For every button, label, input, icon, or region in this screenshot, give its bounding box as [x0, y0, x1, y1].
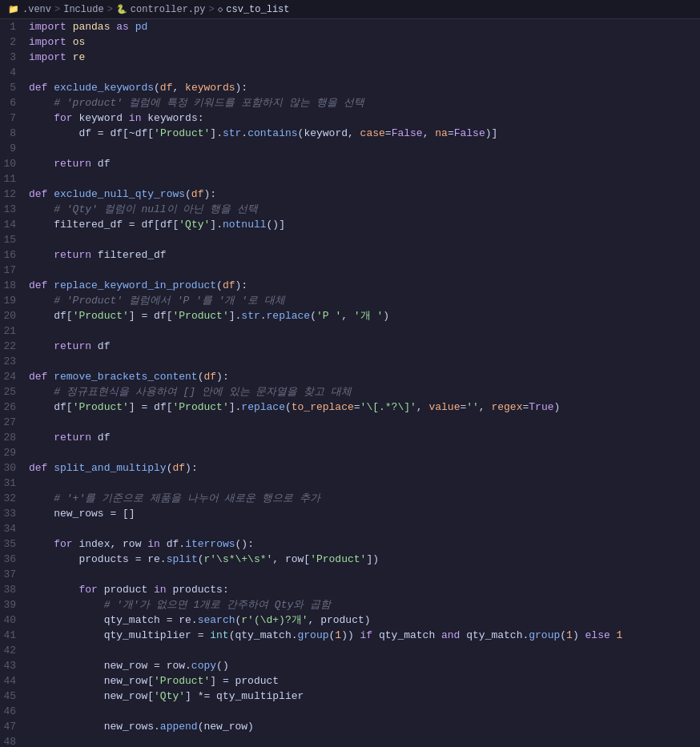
code-line-1: 1 import pandas as pd — [0, 19, 700, 34]
line-number-20: 20 — [0, 308, 29, 323]
code-line-47: 47 new_rows.append(new_row) — [0, 719, 700, 734]
line-code-45: new_row['Qty'] *= qty_multiplier — [29, 689, 700, 704]
line-number-31: 31 — [0, 476, 29, 491]
code-line-14: 14 filtered_df = df[df['Qty'].notnull()] — [0, 217, 700, 232]
line-code-14: filtered_df = df[df['Qty'].notnull()] — [29, 217, 700, 232]
line-number-6: 6 — [0, 95, 29, 110]
code-line-42: 42 — [0, 643, 700, 658]
code-line-40: 40 qty_match = re.search(r'(\d+)?개', pro… — [0, 612, 700, 628]
line-number-33: 33 — [0, 506, 29, 521]
code-line-18: 18 def replace_keyword_in_product(df): — [0, 278, 700, 293]
breadcrumb-include[interactable]: Include — [63, 4, 103, 15]
line-number-10: 10 — [0, 156, 29, 171]
line-number-32: 32 — [0, 491, 29, 506]
line-code-3: import re — [29, 50, 700, 65]
line-code-22: return df — [29, 339, 700, 354]
code-line-37: 37 — [0, 567, 700, 582]
line-code-9 — [29, 141, 700, 156]
code-line-20: 20 df['Product'] = df['Product'].str.rep… — [0, 308, 700, 323]
code-line-6: 6 # 'product' 컬럼에 특정 키워드를 포함하지 않는 행을 선택 — [0, 95, 700, 110]
line-number-38: 38 — [0, 582, 29, 597]
code-line-41: 41 qty_multiplier = int(qty_match.group(… — [0, 628, 700, 643]
line-number-22: 22 — [0, 339, 29, 354]
code-line-32: 32 # '+'를 기준으로 제품을 나누어 새로운 행으로 추가 — [0, 491, 700, 506]
line-code-20: df['Product'] = df['Product'].str.replac… — [29, 308, 700, 323]
breadcrumb-venv[interactable]: .venv — [22, 4, 51, 15]
python-file-icon: 🐍 — [116, 4, 127, 14]
line-number-7: 7 — [0, 110, 29, 126]
line-code-17 — [29, 263, 700, 278]
line-number-41: 41 — [0, 628, 29, 643]
line-number-43: 43 — [0, 658, 29, 673]
line-code-15 — [29, 232, 700, 247]
code-line-46: 46 — [0, 704, 700, 719]
line-number-37: 37 — [0, 567, 29, 582]
breadcrumb-file[interactable]: controller.py — [131, 4, 206, 15]
code-line-29: 29 — [0, 445, 700, 460]
line-number-14: 14 — [0, 217, 29, 232]
line-code-42 — [29, 643, 700, 658]
code-line-25: 25 # 정규표현식을 사용하여 [] 안에 있는 문자열을 찾고 대체 — [0, 384, 700, 400]
code-line-39: 39 # '개'가 없으면 1개로 간주하여 Qty와 곱함 — [0, 597, 700, 612]
line-number-39: 39 — [0, 597, 29, 612]
line-number-44: 44 — [0, 673, 29, 689]
code-line-23: 23 — [0, 354, 700, 369]
code-line-48: 48 — [0, 734, 700, 747]
line-code-1: import pandas as pd — [29, 19, 700, 34]
line-code-47: new_rows.append(new_row) — [29, 719, 700, 734]
code-line-16: 16 return filtered_df — [0, 247, 700, 263]
code-line-45: 45 new_row['Qty'] *= qty_multiplier — [0, 689, 700, 704]
line-code-36: products = re.split(r'\s*\+\s*', row['Pr… — [29, 552, 700, 567]
code-line-33: 33 new_rows = [] — [0, 506, 700, 521]
line-number-19: 19 — [0, 293, 29, 308]
line-code-46 — [29, 704, 700, 719]
line-code-18: def replace_keyword_in_product(df): — [29, 278, 700, 293]
code-line-38: 38 for product in products: — [0, 582, 700, 597]
line-number-1: 1 — [0, 19, 29, 34]
code-line-10: 10 return df — [0, 156, 700, 171]
code-line-35: 35 for index, row in df.iterrows(): — [0, 536, 700, 552]
line-number-26: 26 — [0, 400, 29, 415]
breadcrumb-sep-1: > — [54, 4, 60, 15]
code-line-5: 5 def exclude_keywords(df, keywords): — [0, 80, 700, 95]
line-code-29 — [29, 445, 700, 460]
line-number-40: 40 — [0, 612, 29, 628]
folder-icon: 📁 — [8, 4, 19, 14]
line-number-17: 17 — [0, 263, 29, 278]
code-line-13: 13 # 'Qty' 컬럼이 null이 아닌 행을 선택 — [0, 202, 700, 217]
code-line-31: 31 — [0, 476, 700, 491]
line-code-32: # '+'를 기준으로 제품을 나누어 새로운 행으로 추가 — [29, 491, 700, 506]
line-code-24: def remove_brackets_content(df): — [29, 369, 700, 384]
line-code-43: new_row = row.copy() — [29, 658, 700, 673]
line-code-13: # 'Qty' 컬럼이 null이 아닌 행을 선택 — [29, 202, 700, 217]
line-code-16: return filtered_df — [29, 247, 700, 263]
line-code-44: new_row['Product'] = product — [29, 673, 700, 689]
line-number-21: 21 — [0, 323, 29, 339]
line-number-28: 28 — [0, 430, 29, 445]
code-line-24: 24 def remove_brackets_content(df): — [0, 369, 700, 384]
code-line-22: 22 return df — [0, 339, 700, 354]
line-number-23: 23 — [0, 354, 29, 369]
line-code-26: df['Product'] = df['Product'].replace(to… — [29, 400, 700, 415]
line-number-2: 2 — [0, 34, 29, 50]
breadcrumb-symbol[interactable]: csv_to_list — [226, 4, 289, 15]
line-number-4: 4 — [0, 65, 29, 80]
breadcrumb-sep-2: > — [107, 4, 113, 15]
line-code-25: # 정규표현식을 사용하여 [] 안에 있는 문자열을 찾고 대체 — [29, 384, 700, 400]
line-code-34 — [29, 521, 700, 536]
line-code-27 — [29, 415, 700, 430]
code-line-17: 17 — [0, 263, 700, 278]
code-line-28: 28 return df — [0, 430, 700, 445]
line-code-2: import os — [29, 34, 700, 50]
line-number-3: 3 — [0, 50, 29, 65]
line-code-39: # '개'가 없으면 1개로 간주하여 Qty와 곱함 — [29, 597, 700, 612]
line-number-18: 18 — [0, 278, 29, 293]
line-code-11 — [29, 171, 700, 187]
code-line-11: 11 — [0, 171, 700, 187]
symbol-icon: ◇ — [218, 4, 223, 14]
code-line-12: 12 def exclude_null_qty_rows(df): — [0, 187, 700, 202]
line-code-41: qty_multiplier = int(qty_match.group(1))… — [29, 628, 700, 643]
line-code-5: def exclude_keywords(df, keywords): — [29, 80, 700, 95]
line-number-35: 35 — [0, 536, 29, 552]
code-line-34: 34 — [0, 521, 700, 536]
